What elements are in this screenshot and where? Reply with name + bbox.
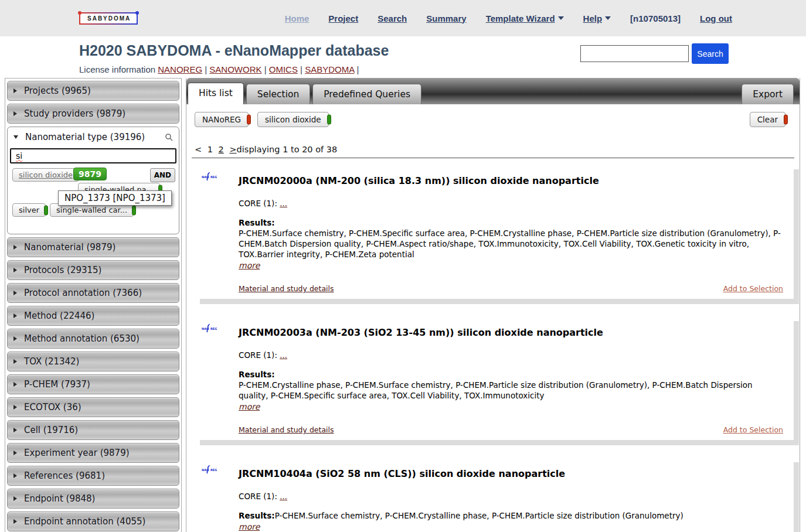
facet-search-icon[interactable]: [165, 133, 173, 141]
sidebar-item-cell-19716[interactable]: Cell (19716): [7, 420, 179, 440]
facet-label: Endpoint (9848): [24, 493, 95, 504]
sidebar-item-tox-21342[interactable]: TOX (21342): [7, 352, 179, 371]
add-to-selection-link[interactable]: Add to Selection: [723, 425, 783, 434]
material-study-details-link[interactable]: Material and study details: [239, 425, 334, 434]
more-link[interactable]: more: [239, 401, 260, 412]
triangle-right-icon: [13, 428, 17, 432]
nav-help[interactable]: Help: [583, 13, 611, 23]
sidebar-item-ecotox-36[interactable]: ECOTOX (36): [7, 397, 179, 417]
triangle-right-icon: [13, 291, 17, 295]
sidebar-item-method-annotation-6530[interactable]: Method annotation (6530): [7, 329, 179, 349]
chip-silicon-dioxide[interactable]: silicon dioxide: [12, 168, 79, 182]
global-search-button[interactable]: Search: [692, 43, 729, 64]
facet-label: Method (22446): [24, 311, 94, 321]
chip-label: silicon dioxide: [19, 170, 73, 179]
core-expand-link[interactable]: ...: [280, 350, 287, 360]
tab-bar: Hits listSelectionPredefined QueriesExpo…: [186, 78, 800, 104]
tab-hits-list[interactable]: Hits list: [188, 83, 244, 104]
results-label: Results:: [239, 370, 275, 379]
page-current: 1: [208, 145, 213, 154]
chip-handle[interactable]: [44, 205, 48, 215]
global-search-input[interactable]: [580, 45, 689, 62]
chip-handle[interactable]: [784, 115, 788, 125]
sidebar-item-study-providers-9879[interactable]: Study providers (9879): [7, 104, 179, 124]
chip-label: silver: [19, 206, 39, 214]
license-link-sabydoma[interactable]: SABYDOMA: [305, 64, 354, 74]
sidebar-item-experiment-year-9879[interactable]: Experiment year (9879): [7, 443, 179, 463]
sidebar-item-endpoint-annotation-4055[interactable]: Endpoint annotation (4055): [7, 511, 179, 531]
page-prev: <: [195, 145, 202, 154]
triangle-right-icon: [13, 473, 17, 478]
top-bar: SABYDOMA HomeProjectSearchSummaryTemplat…: [0, 0, 806, 36]
chip-label: NANoREG: [202, 115, 241, 124]
logo-blue-dot-icon: [135, 11, 139, 15]
tab-selection[interactable]: Selection: [246, 84, 310, 104]
core-line: CORE (1): ...: [239, 350, 783, 360]
filter-chip-silicon-dioxide[interactable]: silicon dioxide: [257, 112, 329, 127]
nav-label: Project: [328, 13, 358, 23]
nav-log-out[interactable]: Log out: [700, 13, 732, 23]
tab-export[interactable]: Export: [742, 84, 794, 104]
and-operator-button[interactable]: AND: [150, 168, 175, 182]
sidebar-item-projects-9965[interactable]: Projects (9965): [7, 81, 179, 101]
chip-handle[interactable]: [132, 205, 136, 215]
triangle-right-icon: [13, 336, 17, 341]
result-body: CORE (1): ...Results:P-CHEM.Surface chem…: [239, 492, 783, 532]
triangle-down-icon: [13, 135, 18, 139]
add-to-selection-link[interactable]: Add to Selection: [723, 284, 783, 293]
tab-predefined-queries[interactable]: Predefined Queries: [312, 84, 421, 104]
sabydoma-logo: SABYDOMA: [79, 12, 138, 25]
facet-label: Projects (9965): [24, 86, 91, 96]
sidebar-item-protocol-annotation-7366[interactable]: Protocol annotation (7366): [7, 283, 179, 303]
license-link-nanoreg[interactable]: NANOREG: [158, 64, 202, 74]
active-filters-row: NANoREGsilicon dioxide Clear: [186, 104, 800, 127]
sidebar-item-references-9681[interactable]: References (9681): [7, 466, 179, 486]
core-expand-link[interactable]: ...: [280, 199, 287, 208]
license-link-sanowork[interactable]: SANOWORK: [209, 64, 261, 74]
sidebar-item-nanomaterial-9879[interactable]: Nanomaterial (9879): [7, 237, 179, 257]
chip-handle[interactable]: [327, 115, 331, 125]
result-title: JRCNM10404a (SiO2 58 nm (CLS)) silicon d…: [239, 463, 565, 479]
nav-n10705013[interactable]: [n10705013]: [630, 13, 681, 23]
nav-label: Summary: [426, 13, 466, 23]
nav-home[interactable]: Home: [285, 13, 310, 23]
triangle-right-icon: [13, 313, 17, 318]
chevron-down-icon: [605, 16, 611, 20]
more-link[interactable]: more: [239, 521, 260, 532]
more-row: more: [239, 260, 783, 271]
results-label: Results:: [239, 511, 275, 520]
nav-label: Template Wizard: [486, 13, 555, 23]
result-card: NANREGJRCNM02003a (NM-203 (SiO2 13-45 nm…: [193, 315, 794, 440]
pagination: < 1 2 >displaying 1 to 20 of 38: [195, 145, 800, 154]
results-block: Results:P-CHEM.Surface chemistry, P-CHEM…: [239, 510, 783, 532]
chip-handle[interactable]: [247, 115, 251, 125]
clear-filters-button[interactable]: Clear: [750, 112, 785, 127]
nanomaterial-type-search-input[interactable]: si: [10, 148, 176, 163]
nav-template-wizard[interactable]: Template Wizard: [486, 13, 564, 23]
sidebar-item-method-22446[interactable]: Method (22446): [7, 306, 179, 326]
result-body: CORE (1): ...Results:P-CHEM.Crystalline …: [239, 350, 783, 434]
nanoreg-logo-icon: NANREG: [202, 464, 217, 478]
svg-text:NAN: NAN: [202, 175, 209, 179]
sidebar-item-p-chem-7937[interactable]: P-CHEM (7937): [7, 374, 179, 394]
license-link-omics[interactable]: OMICS: [269, 64, 298, 74]
page-2-link[interactable]: 2: [219, 145, 224, 154]
nav-label: [n10705013]: [630, 13, 681, 23]
triangle-right-icon: [13, 88, 17, 93]
nav-summary[interactable]: Summary: [426, 13, 466, 23]
material-study-details-link[interactable]: Material and study details: [239, 284, 334, 293]
core-expand-link[interactable]: ...: [280, 492, 287, 501]
more-link[interactable]: more: [239, 260, 260, 271]
chip-silver[interactable]: silver: [12, 203, 46, 217]
sidebar-item-endpoint-9848[interactable]: Endpoint (9848): [7, 489, 179, 509]
core-label: CORE (1):: [239, 350, 280, 360]
nav-search[interactable]: Search: [378, 13, 407, 23]
results-block: Results:P-CHEM.Surface chemistry, P-CHEM…: [239, 217, 783, 271]
sidebar-item-protocols-29315[interactable]: Protocols (29315): [7, 260, 179, 280]
ontology-tooltip: NPO_1373 [NPO_1373]: [58, 190, 172, 206]
page-next-link[interactable]: >: [229, 145, 236, 154]
nav-project[interactable]: Project: [328, 13, 358, 23]
facets-below: Nanomaterial (9879)Protocols (29315)Prot…: [7, 237, 179, 531]
filter-chip-nanoreg[interactable]: NANoREG: [195, 112, 249, 127]
facet-nanomaterial-type-header[interactable]: Nanomaterial type (39196): [8, 127, 179, 147]
